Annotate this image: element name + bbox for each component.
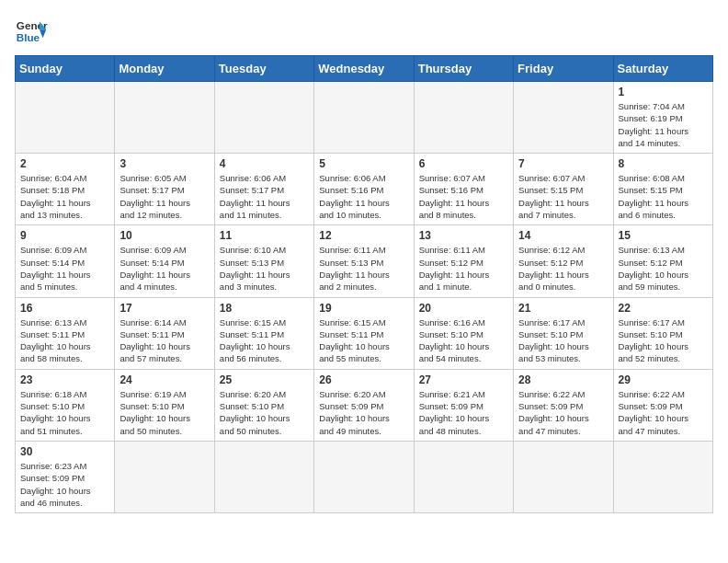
svg-text:Blue: Blue	[17, 31, 40, 43]
day-number: 23	[20, 373, 109, 386]
day-info: Sunrise: 6:16 AM Sunset: 5:10 PM Dayligh…	[419, 316, 508, 365]
day-info: Sunrise: 6:06 AM Sunset: 5:16 PM Dayligh…	[319, 172, 408, 221]
calendar-cell	[514, 441, 613, 512]
day-number: 17	[119, 302, 209, 315]
day-number: 1	[619, 86, 708, 98]
day-header-saturday: Saturday	[613, 56, 712, 82]
day-header-monday: Monday	[115, 56, 214, 82]
day-info: Sunrise: 6:18 AM Sunset: 5:10 PM Dayligh…	[20, 388, 109, 437]
week-row-5: 23Sunrise: 6:18 AM Sunset: 5:10 PM Dayli…	[16, 369, 713, 441]
day-info: Sunrise: 6:04 AM Sunset: 5:18 PM Dayligh…	[20, 172, 109, 221]
day-number: 30	[20, 445, 109, 458]
calendar-cell: 25Sunrise: 6:20 AM Sunset: 5:10 PM Dayli…	[214, 369, 313, 441]
calendar-cell: 20Sunrise: 6:16 AM Sunset: 5:10 PM Dayli…	[414, 297, 513, 369]
calendar-cell: 11Sunrise: 6:10 AM Sunset: 5:13 PM Dayli…	[214, 225, 313, 297]
day-number: 22	[619, 302, 708, 315]
calendar-cell: 13Sunrise: 6:11 AM Sunset: 5:12 PM Dayli…	[414, 225, 513, 297]
logo-icon: General Blue	[15, 15, 48, 48]
day-headers-row: SundayMondayTuesdayWednesdayThursdayFrid…	[16, 56, 713, 82]
day-number: 19	[319, 302, 408, 315]
day-number: 14	[518, 229, 608, 242]
calendar-cell: 17Sunrise: 6:14 AM Sunset: 5:11 PM Dayli…	[115, 297, 214, 369]
day-number: 26	[319, 373, 408, 386]
calendar-cell: 15Sunrise: 6:13 AM Sunset: 5:12 PM Dayli…	[613, 225, 712, 297]
calendar-cell	[414, 441, 513, 512]
calendar-cell: 4Sunrise: 6:06 AM Sunset: 5:17 PM Daylig…	[214, 154, 313, 225]
day-number: 8	[619, 157, 708, 170]
day-info: Sunrise: 6:22 AM Sunset: 5:09 PM Dayligh…	[619, 388, 708, 437]
calendar-cell: 3Sunrise: 6:05 AM Sunset: 5:17 PM Daylig…	[115, 154, 214, 225]
calendar-cell: 28Sunrise: 6:22 AM Sunset: 5:09 PM Dayli…	[514, 369, 613, 441]
day-header-tuesday: Tuesday	[214, 56, 313, 82]
day-info: Sunrise: 6:19 AM Sunset: 5:10 PM Dayligh…	[119, 388, 209, 437]
day-info: Sunrise: 6:07 AM Sunset: 5:15 PM Dayligh…	[518, 172, 608, 221]
calendar-cell: 5Sunrise: 6:06 AM Sunset: 5:16 PM Daylig…	[314, 154, 414, 225]
day-number: 6	[419, 157, 508, 170]
day-number: 29	[619, 373, 708, 386]
day-number: 27	[419, 373, 508, 386]
calendar-cell: 8Sunrise: 6:08 AM Sunset: 5:15 PM Daylig…	[613, 154, 712, 225]
week-row-6: 30Sunrise: 6:23 AM Sunset: 5:09 PM Dayli…	[16, 441, 713, 512]
calendar-cell	[16, 82, 115, 154]
day-number: 20	[419, 302, 508, 315]
day-number: 18	[220, 302, 309, 315]
calendar-cell	[115, 441, 214, 512]
calendar-cell: 22Sunrise: 6:17 AM Sunset: 5:10 PM Dayli…	[613, 297, 712, 369]
calendar-cell	[514, 82, 613, 154]
day-info: Sunrise: 6:13 AM Sunset: 5:12 PM Dayligh…	[619, 244, 708, 293]
week-row-3: 9Sunrise: 6:09 AM Sunset: 5:14 PM Daylig…	[16, 225, 713, 297]
day-number: 7	[518, 157, 608, 170]
day-info: Sunrise: 6:07 AM Sunset: 5:16 PM Dayligh…	[419, 172, 508, 221]
day-number: 21	[518, 302, 608, 315]
calendar-cell: 16Sunrise: 6:13 AM Sunset: 5:11 PM Dayli…	[16, 297, 115, 369]
day-number: 9	[20, 229, 109, 242]
day-info: Sunrise: 6:17 AM Sunset: 5:10 PM Dayligh…	[518, 316, 608, 365]
calendar-cell	[414, 82, 513, 154]
day-info: Sunrise: 6:09 AM Sunset: 5:14 PM Dayligh…	[119, 244, 209, 293]
week-row-4: 16Sunrise: 6:13 AM Sunset: 5:11 PM Dayli…	[16, 297, 713, 369]
day-info: Sunrise: 6:20 AM Sunset: 5:09 PM Dayligh…	[319, 388, 408, 437]
day-info: Sunrise: 6:13 AM Sunset: 5:11 PM Dayligh…	[20, 316, 109, 365]
day-header-sunday: Sunday	[16, 56, 115, 82]
day-header-friday: Friday	[514, 56, 613, 82]
calendar-cell: 27Sunrise: 6:21 AM Sunset: 5:09 PM Dayli…	[414, 369, 513, 441]
calendar-cell: 26Sunrise: 6:20 AM Sunset: 5:09 PM Dayli…	[314, 369, 414, 441]
day-info: Sunrise: 6:05 AM Sunset: 5:17 PM Dayligh…	[119, 172, 209, 221]
day-info: Sunrise: 6:14 AM Sunset: 5:11 PM Dayligh…	[119, 316, 209, 365]
week-row-2: 2Sunrise: 6:04 AM Sunset: 5:18 PM Daylig…	[16, 154, 713, 225]
calendar-cell	[115, 82, 214, 154]
day-info: Sunrise: 7:04 AM Sunset: 6:19 PM Dayligh…	[619, 100, 708, 149]
day-number: 2	[20, 157, 109, 170]
calendar-cell	[214, 441, 313, 512]
day-number: 28	[518, 373, 608, 386]
day-info: Sunrise: 6:06 AM Sunset: 5:17 PM Dayligh…	[220, 172, 309, 221]
calendar-cell: 12Sunrise: 6:11 AM Sunset: 5:13 PM Dayli…	[314, 225, 414, 297]
calendar-cell: 1Sunrise: 7:04 AM Sunset: 6:19 PM Daylig…	[613, 82, 712, 154]
day-info: Sunrise: 6:20 AM Sunset: 5:10 PM Dayligh…	[220, 388, 309, 437]
calendar-cell: 19Sunrise: 6:15 AM Sunset: 5:11 PM Dayli…	[314, 297, 414, 369]
day-number: 25	[220, 373, 309, 386]
day-info: Sunrise: 6:15 AM Sunset: 5:11 PM Dayligh…	[220, 316, 309, 365]
day-header-wednesday: Wednesday	[314, 56, 414, 82]
day-number: 13	[419, 229, 508, 242]
calendar-cell: 30Sunrise: 6:23 AM Sunset: 5:09 PM Dayli…	[16, 441, 115, 512]
day-number: 4	[220, 157, 309, 170]
calendar-cell	[314, 441, 414, 512]
calendar-cell	[314, 82, 414, 154]
calendar-cell: 21Sunrise: 6:17 AM Sunset: 5:10 PM Dayli…	[514, 297, 613, 369]
day-info: Sunrise: 6:11 AM Sunset: 5:12 PM Dayligh…	[419, 244, 508, 293]
day-number: 10	[119, 229, 209, 242]
day-info: Sunrise: 6:12 AM Sunset: 5:12 PM Dayligh…	[518, 244, 608, 293]
calendar-cell: 18Sunrise: 6:15 AM Sunset: 5:11 PM Dayli…	[214, 297, 313, 369]
day-number: 3	[119, 157, 209, 170]
logo: General Blue	[15, 15, 48, 48]
day-info: Sunrise: 6:08 AM Sunset: 5:15 PM Dayligh…	[619, 172, 708, 221]
day-info: Sunrise: 6:09 AM Sunset: 5:14 PM Dayligh…	[20, 244, 109, 293]
calendar-cell: 2Sunrise: 6:04 AM Sunset: 5:18 PM Daylig…	[16, 154, 115, 225]
day-info: Sunrise: 6:23 AM Sunset: 5:09 PM Dayligh…	[20, 460, 109, 509]
day-info: Sunrise: 6:15 AM Sunset: 5:11 PM Dayligh…	[319, 316, 408, 365]
week-row-1: 1Sunrise: 7:04 AM Sunset: 6:19 PM Daylig…	[16, 82, 713, 154]
day-number: 24	[119, 373, 209, 386]
day-info: Sunrise: 6:10 AM Sunset: 5:13 PM Dayligh…	[220, 244, 309, 293]
calendar-table: SundayMondayTuesdayWednesdayThursdayFrid…	[15, 55, 713, 513]
